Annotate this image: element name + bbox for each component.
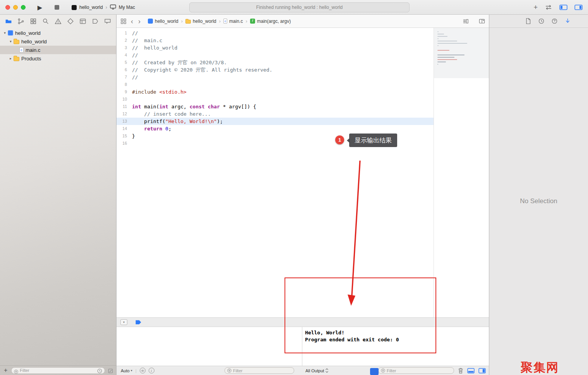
code-line-14[interactable]: 14 return 0; bbox=[117, 125, 434, 132]
line-number[interactable]: 9 bbox=[117, 88, 132, 96]
source-control-status-filter-icon[interactable] bbox=[108, 368, 113, 373]
add-editor-icon[interactable] bbox=[479, 18, 485, 24]
minimize-window-button[interactable] bbox=[13, 5, 18, 10]
breadcrumb-label: main(argc, argv) bbox=[257, 19, 291, 24]
line-number[interactable]: 16 bbox=[117, 140, 132, 147]
code-line-11[interactable]: 11int main(int argc, const char * argv[]… bbox=[117, 103, 434, 110]
breadcrumb-hello_world[interactable]: hello_world bbox=[148, 19, 178, 24]
editor-options-icon[interactable] bbox=[463, 18, 469, 24]
scheme-target-label[interactable]: hello_world bbox=[79, 5, 103, 10]
file-inspector-icon[interactable] bbox=[525, 18, 531, 24]
minimap-line bbox=[437, 36, 447, 37]
variables-view[interactable] bbox=[117, 327, 302, 366]
disclosure-triangle-icon[interactable]: ▾ bbox=[2, 31, 8, 35]
code-line-13[interactable]: 13 printf("Hello, World!\n"); bbox=[117, 118, 434, 125]
variables-scope-dropdown[interactable]: Auto ▾ bbox=[121, 368, 132, 373]
line-number[interactable]: 2 bbox=[117, 37, 132, 44]
breadcrumb-hello_world[interactable]: hello_world bbox=[185, 19, 216, 24]
find-navigator-icon[interactable] bbox=[42, 18, 49, 25]
console-scroll-button[interactable] bbox=[370, 368, 379, 375]
code-line-1[interactable]: 1// bbox=[117, 29, 434, 37]
go-forward-button[interactable]: › bbox=[137, 18, 141, 24]
navigator-filter-input[interactable] bbox=[20, 368, 96, 373]
report-navigator-icon[interactable] bbox=[104, 18, 111, 25]
history-inspector-icon[interactable] bbox=[538, 18, 545, 24]
code-line-7[interactable]: 7// bbox=[117, 74, 434, 81]
navigator-filter-field[interactable] bbox=[11, 367, 105, 374]
source-control-navigator-icon[interactable] bbox=[17, 18, 24, 25]
line-number[interactable]: 1 bbox=[117, 29, 132, 37]
line-number[interactable]: 14 bbox=[117, 125, 132, 132]
variables-filter-input[interactable] bbox=[233, 368, 291, 373]
related-items-icon[interactable] bbox=[120, 18, 127, 24]
stop-button[interactable] bbox=[55, 5, 60, 10]
source-editor[interactable]: 1//2// main.c3// hello_world4//5// Creat… bbox=[117, 28, 489, 317]
tree-item-Products[interactable]: ▸Products bbox=[0, 54, 116, 63]
test-navigator-icon[interactable] bbox=[67, 18, 74, 25]
project-navigator-icon[interactable] bbox=[5, 18, 12, 25]
quick-look-button[interactable] bbox=[140, 368, 146, 373]
recent-files-filter-icon[interactable] bbox=[97, 368, 102, 373]
run-button[interactable]: ▶ bbox=[35, 2, 45, 12]
console-scope-dropdown[interactable]: All Output bbox=[305, 368, 329, 373]
line-number[interactable]: 13 bbox=[117, 118, 132, 125]
scheme-selector[interactable]: hello_world › My Mac bbox=[72, 3, 135, 11]
close-window-button[interactable] bbox=[5, 5, 10, 10]
line-number[interactable]: 7 bbox=[117, 74, 132, 81]
library-add-button[interactable]: + bbox=[533, 3, 538, 12]
disclosure-triangle-icon[interactable]: ▸ bbox=[8, 57, 14, 60]
clear-console-button[interactable] bbox=[458, 368, 463, 374]
line-number[interactable]: 11 bbox=[117, 103, 132, 110]
toggle-variables-view-button[interactable] bbox=[467, 368, 475, 373]
code-line-9[interactable]: 9#include <stdio.h> bbox=[117, 88, 434, 96]
add-file-button[interactable]: + bbox=[3, 367, 8, 373]
tab-switcher-button[interactable] bbox=[545, 4, 552, 10]
tree-item-hello_world[interactable]: ▾hello_world bbox=[0, 37, 116, 46]
minimap-line bbox=[437, 57, 454, 58]
scheme-device-label[interactable]: My Mac bbox=[119, 5, 135, 10]
code-line-10[interactable]: 10 bbox=[117, 96, 434, 103]
symbol-navigator-icon[interactable] bbox=[30, 18, 37, 25]
line-number[interactable]: 5 bbox=[117, 59, 132, 66]
hide-debug-area-button[interactable]: ▾ bbox=[120, 319, 127, 325]
code-line-8[interactable]: 8 bbox=[117, 81, 434, 88]
minimap[interactable] bbox=[434, 28, 489, 317]
toggle-navigator-button[interactable] bbox=[559, 4, 567, 10]
line-number[interactable]: 15 bbox=[117, 132, 132, 140]
breakpoints-toggle-button[interactable] bbox=[135, 320, 142, 325]
zoom-window-button[interactable] bbox=[21, 5, 26, 10]
line-number[interactable]: 4 bbox=[117, 51, 132, 59]
quick-help-inspector-icon[interactable] bbox=[564, 18, 571, 24]
tree-item-main_c[interactable]: cmain.c bbox=[0, 46, 116, 54]
code-line-5[interactable]: 5// Created by 亓官 on 2020/3/8. bbox=[117, 59, 434, 66]
code-line-12[interactable]: 12 // insert code here... bbox=[117, 110, 434, 118]
debug-navigator-icon[interactable] bbox=[79, 18, 86, 25]
disclosure-triangle-icon[interactable]: ▾ bbox=[8, 39, 14, 43]
help-inspector-icon[interactable] bbox=[551, 18, 558, 24]
console-filter-input[interactable] bbox=[387, 368, 451, 373]
line-text: // Copyright © 2020 亓官. All rights reser… bbox=[132, 66, 273, 74]
line-number[interactable]: 8 bbox=[117, 81, 132, 88]
line-number[interactable]: 12 bbox=[117, 110, 132, 118]
code-line-2[interactable]: 2// main.c bbox=[117, 37, 434, 44]
tree-item-label: Products bbox=[21, 56, 41, 62]
breadcrumb-main_argc_argv_[interactable]: fmain(argc, argv) bbox=[250, 19, 291, 24]
variables-filter-field[interactable] bbox=[225, 367, 294, 374]
code-line-3[interactable]: 3// hello_world bbox=[117, 44, 434, 51]
issue-navigator-icon[interactable] bbox=[55, 18, 62, 25]
console-filter-field[interactable] bbox=[378, 367, 454, 374]
go-back-button[interactable]: ‹ bbox=[130, 18, 134, 24]
line-number[interactable]: 3 bbox=[117, 44, 132, 51]
line-number[interactable]: 10 bbox=[117, 96, 132, 103]
line-text: #include <stdio.h> bbox=[132, 88, 187, 96]
minimap-line bbox=[437, 41, 457, 41]
breakpoint-navigator-icon[interactable] bbox=[92, 18, 99, 25]
breadcrumb-main_c[interactable]: cmain.c bbox=[223, 19, 243, 24]
tree-item-hello_world[interactable]: ▾hello_world bbox=[0, 29, 116, 37]
toggle-console-button[interactable] bbox=[478, 368, 486, 373]
code-line-4[interactable]: 4// bbox=[117, 51, 434, 59]
code-line-6[interactable]: 6// Copyright © 2020 亓官. All rights rese… bbox=[117, 66, 434, 74]
line-number[interactable]: 6 bbox=[117, 66, 132, 74]
toggle-inspector-button[interactable] bbox=[574, 4, 583, 10]
info-button[interactable]: i bbox=[149, 368, 154, 373]
